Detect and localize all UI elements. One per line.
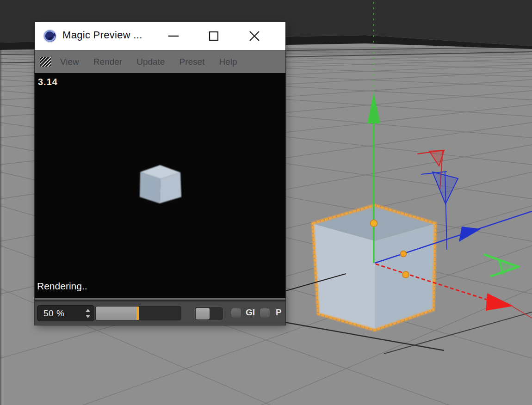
- gi-label: GI: [246, 307, 255, 318]
- toolbar-divider: [35, 298, 285, 301]
- spinner-arrows-icon[interactable]: [86, 308, 90, 319]
- menu-update[interactable]: Update: [136, 57, 165, 67]
- progress-marker: [136, 307, 139, 320]
- menu-render[interactable]: Render: [93, 57, 122, 67]
- zoom-level-spinner[interactable]: 50 %: [37, 305, 94, 321]
- render-progress-bar: [95, 306, 181, 320]
- zoom-level-value: 50 %: [43, 308, 64, 319]
- window-menubar: View Render Update Preset Help: [35, 50, 285, 73]
- gi-checkbox[interactable]: [231, 308, 241, 318]
- maximize-button[interactable]: [204, 27, 223, 45]
- cinema4d-logo-icon: [43, 29, 57, 43]
- window-toolbar: 50 % GI P: [35, 301, 285, 325]
- menu-help[interactable]: Help: [219, 57, 237, 67]
- app-root: Magic Preview ... View Render Update Pre…: [0, 0, 532, 405]
- menu-view[interactable]: View: [60, 57, 79, 67]
- progress-fill: [96, 307, 136, 320]
- p-label: P: [276, 307, 282, 318]
- window-title: Magic Preview ...: [62, 29, 142, 41]
- window-titlebar[interactable]: Magic Preview ...: [35, 22, 285, 50]
- menu-preset[interactable]: Preset: [179, 57, 204, 67]
- render-time-label: 3.14: [38, 77, 58, 87]
- rendered-cube-image: [139, 165, 185, 209]
- p-checkbox[interactable]: [260, 308, 270, 318]
- preview-toggle[interactable]: [194, 307, 223, 321]
- render-status-label: Rendering..: [37, 281, 87, 292]
- menu-grip-icon[interactable]: [40, 57, 51, 67]
- close-button[interactable]: [245, 27, 264, 45]
- render-preview-area[interactable]: 3.14 Rendering..: [35, 73, 285, 298]
- magic-preview-window: Magic Preview ... View Render Update Pre…: [35, 22, 285, 325]
- toggle-knob[interactable]: [196, 308, 210, 319]
- minimize-button[interactable]: [164, 27, 183, 45]
